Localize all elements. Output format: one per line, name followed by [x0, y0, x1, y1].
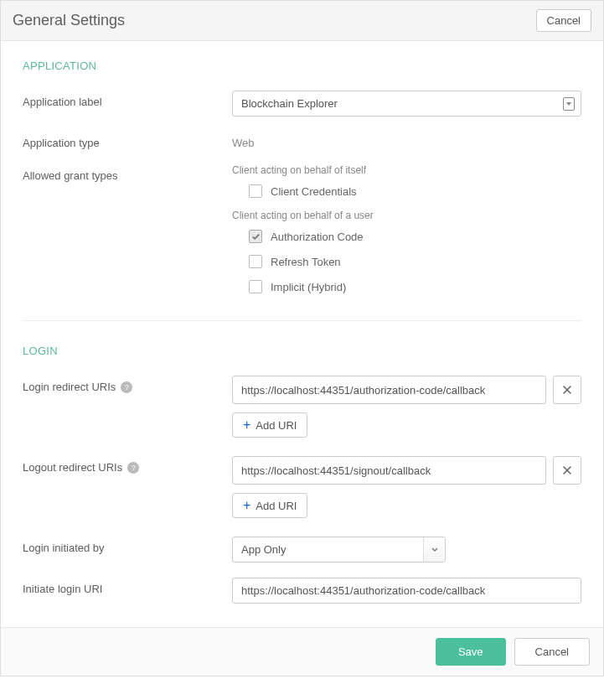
checkbox-refresh-token[interactable]: [249, 255, 262, 268]
checkbox-client-credentials[interactable]: [249, 184, 262, 198]
cancel-button-top[interactable]: Cancel: [536, 9, 591, 32]
application-label-input[interactable]: [232, 91, 581, 117]
help-icon[interactable]: ?: [121, 381, 132, 393]
label-grant-types: Allowed grant types: [23, 164, 232, 182]
label-login-redirect: Login redirect URIs ?: [23, 376, 232, 393]
remove-logout-redirect-button[interactable]: [553, 456, 581, 485]
remove-login-redirect-button[interactable]: [553, 376, 581, 404]
grant-user-heading: Client acting on behalf of a user: [232, 210, 581, 221]
row-login-initiated-by: Login initiated by: [23, 537, 581, 563]
add-logout-redirect-label: Add URI: [256, 500, 297, 512]
grant-self-heading: Client acting on behalf of itself: [232, 164, 581, 176]
checkbox-implicit-hybrid[interactable]: [249, 280, 262, 293]
help-icon[interactable]: ?: [127, 462, 139, 474]
login-initiated-by-select[interactable]: [232, 537, 446, 563]
label-login-redirect-text: Login redirect URIs: [23, 381, 116, 393]
label-implicit-hybrid: Implicit (Hybrid): [271, 281, 346, 293]
label-initiate-login-uri: Initiate login URI: [23, 578, 232, 595]
section-divider: [23, 320, 581, 321]
label-logout-redirect-text: Logout redirect URIs: [23, 461, 122, 474]
panel-body: APPLICATION Application label Applicatio…: [1, 41, 603, 627]
initiate-login-uri-input[interactable]: [232, 578, 581, 604]
label-application-label: Application label: [23, 91, 232, 108]
label-login-initiated-by: Login initiated by: [23, 537, 232, 554]
section-application: APPLICATION: [23, 60, 581, 72]
panel-footer: Save Cancel: [1, 627, 603, 676]
login-initiated-by-value[interactable]: [232, 537, 446, 563]
add-login-redirect-label: Add URI: [256, 419, 297, 432]
row-logout-redirect: Logout redirect URIs ? + Add URI: [23, 456, 581, 518]
plus-icon: +: [243, 499, 250, 512]
add-login-redirect-button[interactable]: + Add URI: [232, 412, 307, 438]
label-logout-redirect: Logout redirect URIs ?: [23, 456, 232, 474]
cancel-button-bottom[interactable]: Cancel: [514, 638, 590, 666]
label-authorization-code: Authorization Code: [271, 231, 364, 243]
panel-header: General Settings Cancel: [1, 1, 603, 41]
plus-icon: +: [243, 418, 250, 432]
save-button[interactable]: Save: [436, 638, 506, 666]
label-refresh-token: Refresh Token: [271, 256, 341, 268]
row-initiate-login-uri: Initiate login URI: [23, 578, 581, 604]
label-client-credentials: Client Credentials: [271, 185, 357, 198]
checkbox-authorization-code[interactable]: [249, 230, 262, 243]
label-application-type: Application type: [23, 132, 232, 149]
section-login: LOGIN: [23, 345, 581, 357]
row-application-type: Application type Web: [23, 132, 581, 149]
application-type-value: Web: [232, 132, 581, 149]
general-settings-panel: General Settings Cancel APPLICATION Appl…: [0, 0, 604, 677]
row-grant-types: Allowed grant types Client acting on beh…: [23, 164, 581, 305]
row-login-redirect: Login redirect URIs ? + Add URI: [23, 376, 581, 438]
input-end-icon: [563, 97, 575, 111]
close-icon: [562, 465, 572, 475]
row-application-label: Application label: [23, 91, 581, 117]
logout-redirect-input[interactable]: [232, 456, 546, 485]
panel-title: General Settings: [13, 12, 125, 29]
close-icon: [562, 385, 572, 395]
login-redirect-input[interactable]: [232, 376, 546, 404]
add-logout-redirect-button[interactable]: + Add URI: [232, 493, 307, 518]
